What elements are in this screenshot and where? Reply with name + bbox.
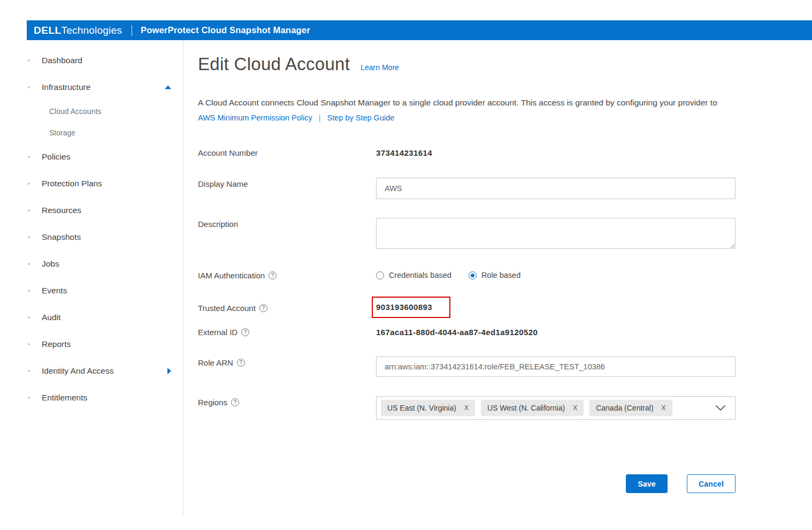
jobs-icon: [28, 263, 30, 265]
sidebar-item-label: Jobs: [42, 259, 59, 269]
radio-unselected-icon: [376, 271, 384, 279]
regions-label: Regions ?: [198, 396, 376, 420]
sidebar-item-label: Reports: [42, 339, 71, 349]
role-arn-input[interactable]: [376, 357, 736, 377]
dell-logo-text: DELL: [34, 25, 62, 36]
sidebar-item-label: Snapshots: [42, 232, 81, 242]
region-chip: US West (N. California) X: [481, 400, 584, 416]
sidebar-item-snapshots[interactable]: Snapshots: [0, 224, 183, 251]
help-icon[interactable]: ?: [241, 328, 249, 336]
sidebar-item-resources[interactable]: Resources: [0, 197, 183, 224]
reports-icon: [28, 343, 30, 345]
sidebar-item-protection-plans[interactable]: Protection Plans: [0, 170, 183, 197]
sidebar-item-label: Infrastructure: [42, 82, 90, 92]
help-icon[interactable]: ?: [237, 359, 245, 367]
external-id-label: External ID ?: [198, 326, 376, 337]
dell-logo: DELL Technologies: [34, 25, 122, 36]
sidebar-item-label: Storage: [49, 128, 75, 137]
help-icon[interactable]: ?: [259, 304, 267, 312]
dell-logo-suffix: Technologies: [62, 25, 122, 36]
app-header: DELL Technologies PowerProtect Cloud Sna…: [27, 20, 812, 40]
sidebar: Dashboard Infrastructure Cloud Accounts …: [0, 40, 183, 517]
chip-remove-icon[interactable]: X: [662, 404, 666, 412]
sidebar-item-identity-and-access[interactable]: Identity And Access: [0, 358, 183, 384]
description-textarea[interactable]: [376, 218, 736, 249]
aws-minimum-permission-policy-link[interactable]: AWS Minimum Permission Policy: [198, 113, 312, 122]
display-name-label: Display Name: [198, 178, 376, 199]
sidebar-item-label: Protection Plans: [42, 179, 102, 188]
iam-authentication-label: IAM Authentication ?: [198, 269, 376, 280]
chip-remove-icon[interactable]: X: [573, 404, 577, 412]
identity-and-access-icon: [28, 370, 30, 372]
collapse-icon[interactable]: [165, 86, 171, 89]
trusted-account-highlight-box: 903193600893: [372, 297, 450, 318]
resources-icon: [28, 209, 30, 211]
sidebar-item-dashboard[interactable]: Dashboard: [0, 47, 183, 74]
regions-multiselect[interactable]: US East (N. Virginia) X US West (N. Cali…: [376, 396, 736, 420]
description-label: Description: [198, 218, 376, 251]
sidebar-item-label: Dashboard: [42, 56, 82, 65]
sidebar-item-audit[interactable]: Audit: [0, 304, 183, 331]
sidebar-item-label: Resources: [42, 206, 81, 215]
step-by-step-guide-link[interactable]: Step by Step Guide: [327, 113, 395, 122]
sidebar-item-infrastructure[interactable]: Infrastructure: [0, 74, 183, 101]
region-chip: US East (N. Virginia) X: [381, 400, 475, 416]
main-content: Edit Cloud Account Learn More A Cloud Ac…: [183, 40, 812, 517]
sidebar-item-label: Entitlements: [42, 393, 87, 403]
sidebar-item-storage[interactable]: Storage: [0, 122, 183, 143]
sidebar-item-events[interactable]: Events: [0, 277, 183, 304]
app-title: PowerProtect Cloud Snapshot Manager: [141, 25, 310, 35]
cancel-button[interactable]: Cancel: [687, 474, 736, 493]
credentials-based-radio[interactable]: Credentials based: [376, 271, 451, 279]
account-number-label: Account Number: [198, 147, 376, 157]
header-divider: [132, 25, 132, 36]
external-id-value: 167aca11-880d-4044-aa87-4ed1a9120520: [376, 326, 736, 337]
intro-text: A Cloud Account connects Cloud Snapshot …: [198, 98, 812, 108]
audit-icon: [28, 316, 30, 319]
sidebar-item-label: Identity And Access: [42, 366, 113, 376]
protection-plans-icon: [28, 183, 30, 185]
chevron-down-icon[interactable]: [716, 405, 725, 411]
sidebar-item-label: Cloud Accounts: [49, 107, 101, 116]
sidebar-item-label: Audit: [42, 313, 60, 322]
account-number-value: 373414231614: [376, 147, 736, 157]
edit-cloud-account-form: Account Number 373414231614 Display Name…: [198, 147, 736, 420]
policies-icon: [28, 156, 30, 158]
infrastructure-icon: [28, 86, 30, 88]
sidebar-item-cloud-accounts[interactable]: Cloud Accounts: [0, 101, 183, 122]
page-title: Edit Cloud Account: [198, 54, 350, 74]
trusted-account-label: Trusted Account ?: [198, 297, 376, 318]
sidebar-item-label: Policies: [42, 152, 70, 162]
role-based-radio[interactable]: Role based: [469, 271, 520, 279]
radio-selected-icon: [469, 271, 477, 279]
sidebar-item-jobs[interactable]: Jobs: [0, 251, 183, 277]
help-icon[interactable]: ?: [269, 271, 277, 279]
trusted-account-value: 903193600893: [376, 302, 432, 312]
help-icon[interactable]: ?: [231, 398, 239, 406]
dashboard-icon: [28, 59, 30, 62]
snapshots-icon: [28, 236, 30, 238]
chip-remove-icon[interactable]: X: [464, 404, 469, 412]
save-button[interactable]: Save: [626, 474, 668, 493]
link-separator: |: [319, 113, 321, 122]
expand-icon[interactable]: [167, 368, 171, 374]
sidebar-item-label: Events: [42, 286, 67, 296]
events-icon: [28, 290, 30, 292]
region-chip: Canada (Central) X: [589, 400, 672, 416]
iam-authentication-radio-group: Credentials based Role based: [376, 269, 736, 279]
role-arn-label: Role ARN ?: [198, 357, 376, 377]
sidebar-item-reports[interactable]: Reports: [0, 331, 183, 358]
sidebar-item-entitlements[interactable]: Entitlements: [0, 384, 183, 411]
entitlements-icon: [28, 397, 30, 399]
sidebar-item-policies[interactable]: Policies: [0, 143, 183, 170]
display-name-input[interactable]: [376, 178, 736, 199]
learn-more-link[interactable]: Learn More: [361, 63, 399, 72]
